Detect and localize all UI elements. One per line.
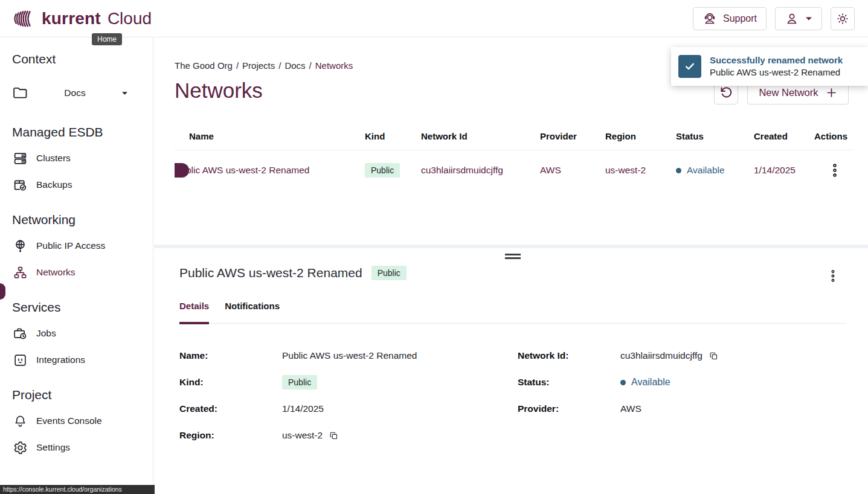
sidebar-item-backups[interactable]: Backups: [12, 177, 141, 193]
tab-notifications[interactable]: Notifications: [225, 301, 280, 323]
copy-network-id-icon[interactable]: [708, 350, 719, 362]
user-icon: [785, 11, 799, 26]
breadcrumb-separator: /: [236, 60, 239, 71]
column-header-name: Name: [175, 131, 365, 141]
field-label-kind: Kind:: [179, 369, 282, 396]
cell-name: Public AWS us-west-2 Renamed: [175, 165, 365, 176]
breadcrumb-separator: /: [309, 60, 312, 71]
sidebar-item-label: Events Console: [36, 415, 102, 426]
sidebar-item-label: Integrations: [36, 354, 85, 365]
field-label-status: Status:: [518, 369, 620, 396]
field-label-created: Created:: [179, 396, 282, 422]
sidebar-heading-managed-esdb: Managed ESDB: [12, 125, 141, 140]
breadcrumb-separator: /: [278, 60, 281, 71]
theme-toggle-button[interactable]: [831, 7, 855, 30]
support-label: Support: [723, 13, 757, 24]
field-value-network-id: cu3hlaiirsdmuidcjffg: [620, 350, 702, 361]
detail-fields-right: Network Id: cu3hlaiirsdmuidcjffg Status:…: [518, 342, 719, 422]
detail-tabs: Details Notifications: [179, 301, 846, 324]
page-title: Networks: [175, 79, 263, 103]
support-button[interactable]: Support: [693, 7, 767, 30]
sidebar-item-events-console[interactable]: Events Console: [12, 413, 141, 429]
field-value-created: 1/14/2025: [282, 396, 417, 422]
gear-icon: [12, 440, 28, 455]
sidebar-item-label: Backups: [36, 179, 72, 190]
clusters-icon: [12, 151, 28, 166]
outlet-icon: [12, 353, 28, 368]
column-header-network-id: Network Id: [421, 131, 540, 141]
networks-table: Name Kind Network Id Provider Region Sta…: [175, 123, 851, 190]
field-label-region: Region:: [179, 422, 282, 449]
panel-divider: [154, 245, 868, 248]
selected-row-marker: [175, 163, 189, 178]
briefcase-clock-icon: [12, 326, 28, 341]
logo-wordmark: kurrent: [42, 9, 101, 28]
user-menu-button[interactable]: [775, 7, 822, 30]
bell-icon: [12, 414, 28, 429]
cell-status: Available: [676, 165, 754, 176]
column-header-status: Status: [676, 131, 754, 141]
status-dot-icon: [620, 380, 626, 385]
sidebar-item-networks[interactable]: Networks: [12, 265, 141, 280]
sidebar-item-clusters[interactable]: Clusters: [12, 150, 141, 166]
detail-title: Public AWS us-west-2 Renamed: [179, 266, 362, 280]
sidebar-item-jobs[interactable]: Jobs: [12, 326, 141, 341]
cell-created: 1/14/2025: [754, 165, 814, 176]
breadcrumb-projects[interactable]: Projects: [242, 60, 275, 71]
headset-icon: [702, 11, 717, 26]
home-tooltip: Home: [92, 33, 122, 45]
check-icon: [678, 55, 701, 78]
plus-icon: [826, 87, 837, 98]
folder-icon: [12, 86, 28, 100]
waves-logo-icon: [13, 7, 36, 30]
context-selector-label: Docs: [28, 88, 121, 98]
new-network-label: New Network: [759, 87, 818, 98]
sidebar-item-label: Settings: [36, 442, 70, 453]
kind-badge: Public: [365, 163, 400, 178]
field-value-provider: AWS: [620, 396, 719, 422]
backups-icon: [12, 178, 28, 193]
browser-status-url: https://console.kurrent.cloud/organizati…: [0, 485, 155, 494]
logo-suffix: Cloud: [108, 9, 152, 28]
table-row[interactable]: Public AWS us-west-2 Renamed Public cu3h…: [175, 150, 851, 190]
row-actions-kebab-icon[interactable]: [830, 161, 840, 180]
status-label: Available: [687, 165, 725, 176]
column-header-actions: Actions: [814, 131, 851, 141]
toast-message: Public AWS us-west-2 Renamed: [710, 66, 843, 79]
app-header: kurrent Cloud Support: [0, 0, 868, 37]
detail-actions-kebab-icon[interactable]: [828, 267, 838, 285]
detail-kind-badge: Public: [371, 266, 407, 280]
tab-details[interactable]: Details: [179, 301, 209, 323]
sidebar-item-public-ip-access[interactable]: Public IP Access: [12, 238, 141, 254]
caret-down-icon: [121, 91, 128, 95]
breadcrumb-docs[interactable]: Docs: [285, 60, 305, 71]
cell-region: us-west-2: [605, 165, 676, 176]
cell-provider: AWS: [540, 165, 605, 176]
field-label-name: Name:: [179, 342, 282, 369]
sun-icon: [835, 11, 850, 26]
sidebar-heading-services: Services: [12, 300, 141, 315]
column-header-kind: Kind: [365, 131, 421, 141]
refresh-icon: [719, 85, 733, 100]
sidebar-item-integrations[interactable]: Integrations: [12, 352, 141, 368]
main-content: The Good Org/Projects/Docs/Networks Netw…: [154, 37, 868, 494]
network-tree-icon: [12, 265, 28, 280]
copy-region-icon[interactable]: [328, 430, 339, 441]
field-kind-badge: Public: [282, 375, 317, 390]
column-header-created: Created: [754, 131, 814, 141]
sidebar-item-settings[interactable]: Settings: [12, 440, 141, 455]
field-value-status: Available: [620, 369, 719, 396]
detail-fields-left: Name: Public AWS us-west-2 Renamed Kind:…: [179, 342, 417, 449]
toast-notification: Successfully renamed network Public AWS …: [671, 47, 868, 86]
panel-drag-handle[interactable]: [505, 254, 521, 261]
status-label: Available: [631, 377, 670, 388]
table-header-row: Name Kind Network Id Provider Region Sta…: [175, 123, 851, 150]
breadcrumb-org[interactable]: The Good Org: [175, 60, 233, 71]
kurrent-cloud-logo[interactable]: kurrent Cloud: [13, 7, 152, 30]
toast-title: Successfully renamed network: [710, 54, 843, 66]
field-value-region: us-west-2: [282, 430, 323, 441]
sidebar-heading-context: Context: [12, 52, 141, 66]
sidebar-item-label: Public IP Access: [36, 240, 105, 251]
context-selector-docs[interactable]: Docs: [12, 81, 128, 105]
status-dot-icon: [676, 168, 681, 173]
